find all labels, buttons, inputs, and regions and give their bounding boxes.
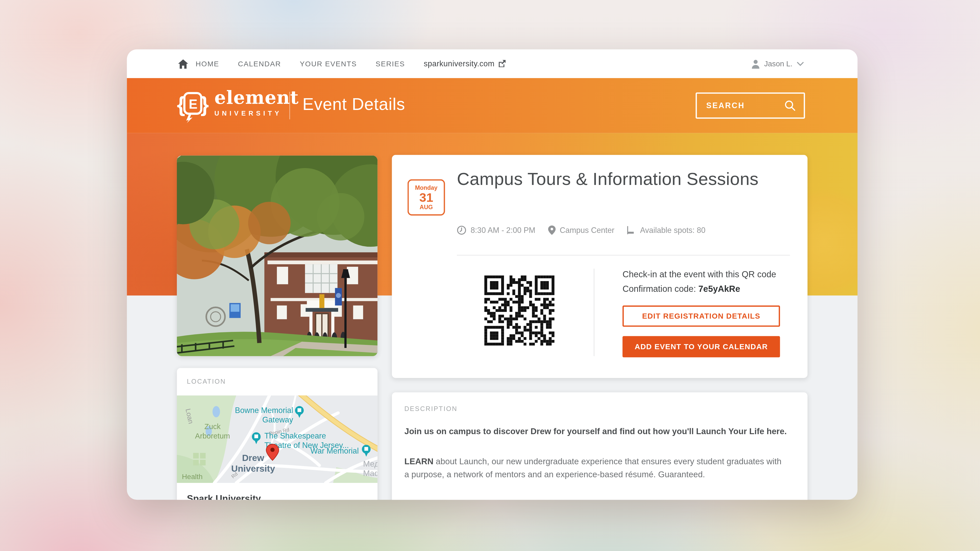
description-hear-lead: HEAR [404,499,428,500]
clock-icon [457,225,466,235]
confirmation-code-line: Confirmation code: 7e5yAkRe [622,284,740,294]
event-time-item: 8:30 AM - 2:00 PM [457,225,535,235]
top-navbar: HOME CALENDAR YOUR EVENTS SERIES sparkun… [127,49,858,78]
nav-item-home[interactable]: HOME [196,60,219,67]
map-label-uni-2: University [231,464,275,474]
event-spots: Available spots: 80 [640,226,705,234]
page-header: { E } element UNIVERSITY Event Details S… [127,78,858,133]
map-label-uni-1: Drew [242,453,264,463]
svg-text:}: } [200,93,209,116]
description-learn: LEARN about Launch, our new undergraduat… [404,455,788,481]
event-weekday: Monday [415,184,438,191]
event-spots-item: Available spots: 80 [627,225,706,235]
location-pin-icon [548,225,555,235]
venue-name: Spark University [187,493,261,500]
page-title: Event Details [302,95,405,114]
logo-sub-text: UNIVERSITY [215,110,299,117]
event-meta-row: 8:30 AM - 2:00 PM Campus Center Availabl… [457,225,705,235]
description-learn-text: about Launch, our new undergraduate expe… [404,457,781,479]
description-hear-text: about our academic offerings such as our… [428,499,778,500]
nav-item-calendar[interactable]: CALENDAR [238,60,281,67]
map-label-intl-2: Mad [363,468,377,478]
event-date-badge: Monday 31 AUG [407,179,445,216]
map[interactable]: Loan Zuck Arboretum Bowne Memorial Gatew… [177,395,377,483]
user-icon [751,59,760,68]
event-location-item: Campus Center [548,225,614,235]
chevron-down-icon [797,62,803,66]
map-label-poi1-1: Bowne Memorial [235,406,293,414]
event-time: 8:30 AM - 2:00 PM [471,226,535,234]
header-divider [290,92,290,119]
external-link-icon [498,60,506,67]
event-divider [457,255,790,256]
qr-section-divider [594,268,594,356]
event-month: AUG [420,203,433,210]
svg-text:E: E [189,97,197,111]
location-heading: LOCATION [187,377,226,385]
checkin-text: Check-in at the event with this QR code [622,269,776,279]
event-day: 31 [419,191,433,203]
search-icon [784,100,795,111]
location-card: LOCATION [177,368,377,500]
search-placeholder: SEARCH [706,101,745,110]
seat-icon [627,225,636,235]
logo-brand-text: element [215,88,299,106]
nav-item-your-events[interactable]: YOUR EVENTS [300,60,357,67]
user-menu[interactable]: Jason L. [751,49,804,78]
app-window: HOME CALENDAR YOUR EVENTS SERIES sparkun… [127,49,858,500]
search-input[interactable]: SEARCH [696,92,805,119]
event-card: Monday 31 AUG Campus Tours & Information… [392,155,808,378]
event-title: Campus Tours & Information Sessions [457,167,769,191]
edit-registration-button[interactable]: EDIT REGISTRATION DETAILS [622,306,780,327]
description-learn-lead: LEARN [404,457,433,466]
user-name: Jason L. [764,59,792,68]
map-label-intl-1: Мед [363,459,377,468]
description-heading: DESCRIPTION [404,405,457,412]
home-icon [178,59,188,68]
nav-home[interactable]: HOME [178,59,219,68]
qr-code [479,270,560,351]
map-label-area: Health [182,473,203,481]
screen: HOME CALENDAR YOUR EVENTS SERIES sparkun… [0,0,980,551]
campus-photo [177,156,377,356]
nav-item-series[interactable]: SERIES [375,60,405,67]
element-logo-icon: { E } [177,88,209,123]
confirmation-code: 7e5yAkRe [698,284,740,294]
university-logo[interactable]: { E } element UNIVERSITY [177,88,299,123]
description-card: DESCRIPTION Join us on campus to discove… [392,392,808,500]
event-location: Campus Center [560,226,614,234]
description-hear: HEAR about our academic offerings such a… [404,497,788,500]
nav-site-link[interactable]: sparkuniversity.com [424,59,506,68]
campus-photo-art [177,156,377,356]
map-label-park-2: Arboretum [195,432,230,440]
map-label-poi1-2: Gateway [262,415,293,424]
map-label-park-1: Zuck [204,422,221,430]
add-to-calendar-button[interactable]: ADD EVENT TO YOUR CALENDAR [622,336,780,357]
nav-site-label: sparkuniversity.com [424,59,495,68]
map-label-poi3: War Memorial [310,446,359,455]
confirmation-code-label: Confirmation code: [622,284,698,294]
map-label-poi2-1: The Shakespeare [264,431,326,440]
description-intro: Join us on campus to discover Drew for y… [404,425,788,438]
